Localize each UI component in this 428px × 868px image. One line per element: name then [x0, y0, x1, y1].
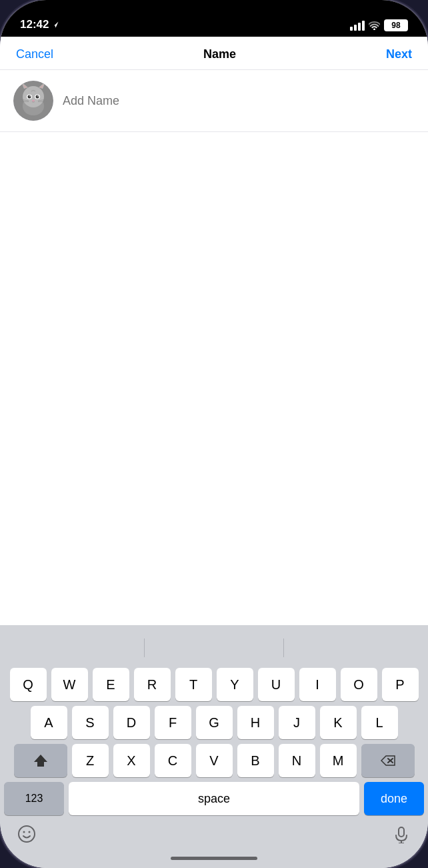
key-t[interactable]: T: [175, 668, 212, 701]
cancel-button[interactable]: Cancel: [16, 47, 53, 61]
key-v[interactable]: V: [196, 744, 233, 777]
svg-point-13: [32, 100, 35, 102]
space-key[interactable]: space: [69, 782, 359, 815]
white-space-area: [0, 132, 428, 625]
mic-icon[interactable]: [392, 825, 411, 843]
wifi-icon: [369, 21, 380, 30]
key-b[interactable]: B: [237, 744, 274, 777]
nav-bar: Cancel Name Next: [0, 37, 428, 70]
svg-line-17: [38, 101, 47, 102]
key-p[interactable]: P: [382, 668, 419, 701]
key-u[interactable]: U: [258, 668, 295, 701]
home-bar: [171, 857, 257, 860]
svg-line-15: [20, 101, 29, 102]
delete-key[interactable]: [361, 744, 415, 777]
status-time: 12:42: [20, 18, 59, 31]
status-icons: 98: [350, 19, 408, 31]
key-s[interactable]: S: [72, 706, 109, 739]
next-button[interactable]: Next: [386, 47, 412, 61]
keyboard-row-1: Q W E R T Y U I O P: [4, 668, 424, 701]
predictive-row: [4, 633, 424, 663]
delete-icon: [381, 755, 395, 766]
svg-point-10: [36, 95, 39, 99]
screen-content: Cancel Name Next: [0, 37, 428, 868]
avatar[interactable]: [13, 81, 53, 121]
key-z[interactable]: Z: [72, 744, 109, 777]
key-y[interactable]: Y: [217, 668, 253, 701]
page-title: Name: [203, 47, 236, 61]
pred-divider-left: [144, 638, 145, 657]
key-j[interactable]: J: [279, 706, 315, 739]
key-a[interactable]: A: [31, 706, 67, 739]
svg-point-21: [19, 826, 35, 842]
battery-icon: 98: [384, 19, 408, 31]
svg-point-23: [29, 831, 31, 833]
name-input-row: [0, 70, 428, 132]
emoji-icon[interactable]: [17, 825, 36, 843]
key-q[interactable]: Q: [10, 668, 47, 701]
svg-marker-18: [34, 755, 47, 767]
shift-icon: [33, 753, 48, 768]
key-e[interactable]: E: [93, 668, 129, 701]
key-l[interactable]: L: [361, 706, 398, 739]
key-h[interactable]: H: [237, 706, 274, 739]
status-bar: 12:42 98: [0, 0, 428, 37]
pred-divider-right: [283, 638, 284, 657]
key-c[interactable]: C: [155, 744, 191, 777]
key-r[interactable]: R: [134, 668, 171, 701]
key-x[interactable]: X: [113, 744, 150, 777]
key-g[interactable]: G: [196, 706, 233, 739]
svg-point-11: [29, 95, 31, 97]
svg-point-9: [28, 95, 31, 99]
key-i[interactable]: I: [299, 668, 336, 701]
svg-point-2: [23, 86, 44, 107]
svg-point-22: [23, 831, 25, 833]
keyboard-row-2: A S D F G H J K L: [4, 706, 424, 739]
keyboard-row-3: Z X C V B N M: [4, 744, 424, 777]
done-key[interactable]: done: [364, 782, 424, 815]
home-indicator-area: [0, 854, 428, 868]
numbers-key[interactable]: 123: [4, 782, 64, 815]
dynamic-island: [171, 7, 257, 30]
keyboard-bottom-row: 123 space done: [4, 782, 424, 815]
key-d[interactable]: D: [113, 706, 150, 739]
cat-photo: [13, 81, 53, 121]
key-k[interactable]: K: [320, 706, 357, 739]
emoji-mic-row: [4, 819, 424, 850]
key-m[interactable]: M: [320, 744, 357, 777]
name-input[interactable]: [63, 94, 415, 108]
key-f[interactable]: F: [155, 706, 191, 739]
phone-frame: 12:42 98: [0, 0, 428, 868]
location-icon: [51, 21, 59, 29]
key-n[interactable]: N: [279, 744, 315, 777]
signal-icon: [350, 21, 365, 31]
keyboard: Q W E R T Y U I O P A S D F G: [0, 625, 428, 854]
shift-key[interactable]: [14, 744, 67, 777]
svg-rect-24: [399, 827, 404, 837]
key-w[interactable]: W: [51, 668, 88, 701]
svg-point-12: [37, 95, 39, 97]
phone-screen: 12:42 98: [0, 0, 428, 868]
key-o[interactable]: O: [341, 668, 377, 701]
